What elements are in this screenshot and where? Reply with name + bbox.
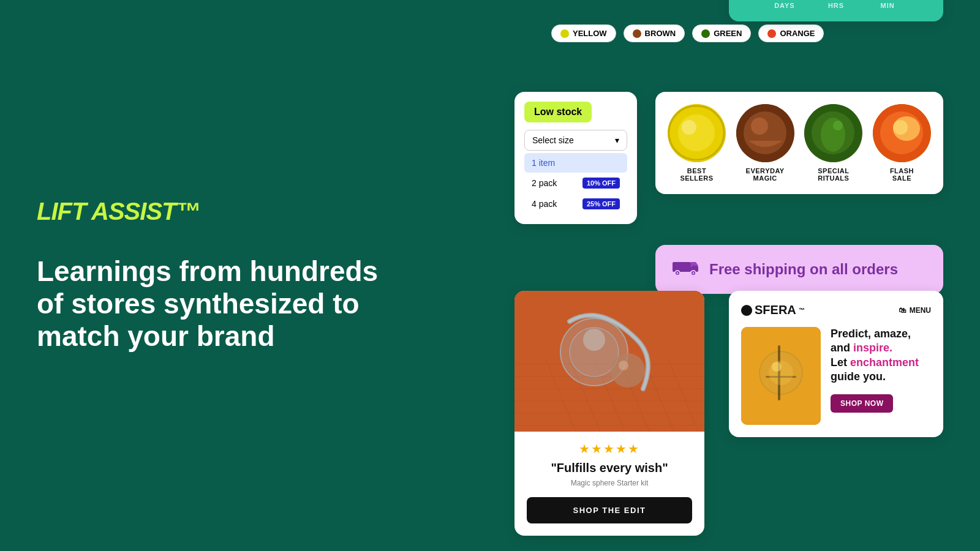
green-label: GREEN [714, 29, 742, 38]
shipping-icon [673, 257, 699, 282]
sfera-menu-label: MENU [910, 306, 931, 315]
sfera-text: Predict, amaze,and inspire.Let enchantme… [831, 327, 931, 425]
countdown-min: 23 MIN [869, 0, 906, 9]
color-chip-green[interactable]: GREEN [692, 24, 751, 42]
size-option-1item-label: 1 item [532, 158, 555, 168]
brown-dot [633, 29, 641, 38]
right-section: YELLOW BROWN GREEN ORANGE Low stock Sele… [514, 24, 943, 52]
category-special-rituals[interactable]: SPECIALRITUALS [804, 104, 862, 182]
yellow-label: YELLOW [573, 29, 607, 38]
sfera-logo-text: SFERA [755, 303, 796, 317]
yellow-dot [560, 29, 569, 38]
off-badge-25: 25% OFF [582, 198, 620, 209]
category-circle-green [804, 104, 862, 162]
sfera-menu-button[interactable]: 🛍 MENU [899, 306, 931, 315]
category-circle-yellow [668, 104, 726, 162]
review-card: ★★★★★ "Fulfills every wish" Magic sphere… [514, 291, 704, 536]
svg-point-1 [678, 114, 715, 151]
svg-point-39 [619, 361, 628, 370]
svg-marker-17 [691, 262, 698, 266]
flash-sale-label: FLASHSALE [890, 167, 914, 182]
sfera-shop-now-button[interactable]: SHOP NOW [831, 394, 893, 413]
category-circle-brown [736, 104, 794, 162]
sfera-accent-2: enchantment [850, 356, 919, 369]
review-quote: "Fulfills every wish" [527, 461, 692, 475]
bag-icon: 🛍 [899, 306, 906, 315]
svg-point-45 [772, 362, 782, 372]
green-dot [701, 29, 710, 38]
sfera-logo: SFERA™ [741, 303, 805, 317]
countdown-hrs-label: HRS [828, 2, 844, 9]
low-stock-badge: Low stock [524, 102, 592, 122]
countdown-min-label: MIN [880, 2, 894, 9]
color-filter-row: YELLOW BROWN GREEN ORANGE [551, 24, 943, 42]
sfera-accent-1: inspire. [853, 342, 892, 354]
sfera-logo-circle [741, 305, 752, 316]
sfera-product-image [741, 327, 821, 425]
shop-edit-button[interactable]: SHOP THE EDIT [527, 497, 692, 523]
left-section: LIFT ASSIST™ Learnings from hundreds of … [37, 199, 392, 353]
size-option-2pack-label: 2 pack [532, 178, 557, 188]
size-option-1item[interactable]: 1 item [524, 153, 627, 173]
trademark: ™ [176, 198, 200, 225]
countdown-numbers: 12 DAYS 14 HRS 23 MIN [744, 0, 929, 9]
svg-point-5 [744, 111, 786, 154]
sfera-tm: ™ [799, 307, 805, 313]
brand-title: LIFT ASSIST™ [37, 199, 392, 241]
svg-point-38 [611, 353, 645, 388]
svg-point-20 [677, 272, 679, 274]
countdown-hrs: 14 HRS [818, 0, 854, 9]
special-rituals-label: SPECIALRITUALS [818, 167, 849, 182]
review-card-image [514, 291, 704, 432]
sfera-body: Predict, amaze,and inspire.Let enchantme… [741, 327, 931, 425]
category-best-sellers[interactable]: BESTSELLERS [668, 104, 726, 182]
countdown-days-label: DAYS [774, 2, 795, 9]
category-grid: BESTSELLERS EVERYDAYMAGIC [668, 104, 931, 182]
tagline: Learnings from hundreds of stores synthe… [37, 255, 392, 353]
svg-point-6 [751, 118, 768, 135]
select-size-dropdown[interactable]: Select size ▾ [524, 130, 627, 151]
best-sellers-label: BESTSELLERS [680, 167, 713, 182]
brown-label: BROWN [645, 29, 676, 38]
size-option-2pack[interactable]: 2 pack 10% OFF [524, 173, 627, 193]
category-everyday-magic[interactable]: EVERYDAYMAGIC [736, 104, 794, 182]
color-chip-brown[interactable]: BROWN [624, 24, 685, 42]
countdown-days: 12 DAYS [766, 0, 803, 9]
category-grid-card: BESTSELLERS EVERYDAYMAGIC [655, 92, 943, 194]
category-flash-sale[interactable]: FLASHSALE [873, 104, 931, 182]
off-badge-10: 10% OFF [582, 178, 620, 189]
svg-point-21 [693, 272, 695, 274]
shipping-text: Free shipping on all orders [709, 261, 898, 278]
orange-label: ORANGE [780, 29, 815, 38]
svg-rect-15 [673, 262, 691, 272]
size-option-4pack[interactable]: 4 pack 25% OFF [524, 193, 627, 214]
svg-point-2 [682, 120, 696, 135]
size-option-4pack-label: 4 pack [532, 199, 557, 209]
countdown-card: Get 20% off bestsellers 12 DAYS 14 HRS 2… [729, 0, 943, 21]
sfera-card: SFERA™ 🛍 MENU Pre [729, 291, 943, 437]
shipping-banner: Free shipping on all orders [655, 245, 943, 294]
product-selector-card: Low stock Select size ▾ 1 item 2 pack 10… [514, 92, 637, 224]
everyday-magic-label: EVERYDAYMAGIC [746, 167, 785, 182]
svg-point-14 [893, 120, 908, 135]
svg-point-37 [583, 329, 605, 351]
brand-name: LIFT ASSIST [37, 198, 176, 225]
sfera-headline: Predict, amaze,and inspire.Let enchantme… [831, 327, 931, 384]
select-size-label: Select size [532, 135, 574, 145]
review-stars: ★★★★★ [527, 441, 692, 456]
review-product: Magic sphere Starter kit [527, 479, 692, 487]
chevron-down-icon: ▾ [615, 135, 619, 145]
color-chip-yellow[interactable]: YELLOW [551, 24, 616, 42]
orange-dot [767, 29, 776, 38]
color-chip-orange[interactable]: ORANGE [758, 24, 824, 42]
svg-point-10 [833, 121, 843, 130]
category-circle-orange [873, 104, 931, 162]
review-card-content: ★★★★★ "Fulfills every wish" Magic sphere… [514, 432, 704, 536]
svg-point-44 [769, 361, 793, 385]
sfera-header: SFERA™ 🛍 MENU [741, 303, 931, 317]
